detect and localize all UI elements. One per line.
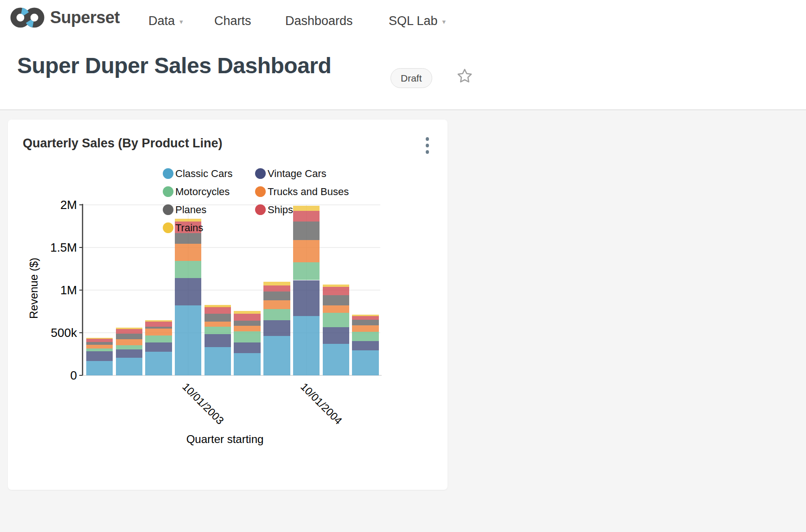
bar-segment-planes[interactable] xyxy=(205,314,231,322)
legend-label: Classic Cars xyxy=(175,168,232,180)
legend-item-planes[interactable]: Planes xyxy=(163,204,255,215)
bar-segment-trucks-and-buses[interactable] xyxy=(234,326,261,331)
page-title: Super Duper Sales Dashboard xyxy=(17,53,331,78)
superset-brand[interactable]: Superset xyxy=(9,6,120,30)
legend-swatch-icon xyxy=(163,168,173,179)
bar-segment-motorcycles[interactable] xyxy=(205,327,231,334)
legend-label: Ships xyxy=(268,204,293,216)
legend-swatch-icon xyxy=(255,168,266,179)
bar-segment-ships[interactable] xyxy=(352,316,379,320)
bar-segment-trucks-and-buses[interactable] xyxy=(352,325,379,332)
bar-segment-motorcycles[interactable] xyxy=(145,336,172,342)
bar-segment-vintage-cars[interactable] xyxy=(86,351,113,361)
bar-segment-ships[interactable] xyxy=(145,322,172,327)
bar-segment-vintage-cars[interactable] xyxy=(234,342,261,353)
bar-segment-trains[interactable] xyxy=(323,285,350,287)
legend-swatch-icon xyxy=(163,186,173,197)
bar-segment-vintage-cars[interactable] xyxy=(145,342,172,352)
bar-segment-trains[interactable] xyxy=(263,282,290,285)
bar-segment-classic-cars[interactable] xyxy=(323,344,350,375)
bar-segment-trucks-and-buses[interactable] xyxy=(145,329,172,336)
bar-segment-classic-cars[interactable] xyxy=(293,316,320,375)
bar-segment-trucks-and-buses[interactable] xyxy=(205,322,231,327)
nav-item-data[interactable]: Data▾ xyxy=(148,0,183,42)
bar-segment-motorcycles[interactable] xyxy=(175,261,202,278)
bar-segment-motorcycles[interactable] xyxy=(293,262,320,280)
chart-card: Quarterly Sales (By Product Line) 0500k1… xyxy=(8,120,448,490)
bar-segment-motorcycles[interactable] xyxy=(234,331,261,342)
bar-segment-classic-cars[interactable] xyxy=(175,305,202,375)
bar-segment-vintage-cars[interactable] xyxy=(352,341,379,350)
bar-segment-planes[interactable] xyxy=(323,295,350,305)
bar-segment-trucks-and-buses[interactable] xyxy=(175,244,202,261)
legend-label: Trucks and Buses xyxy=(268,186,349,198)
chart-legend: Classic CarsVintage CarsMotorcyclesTruck… xyxy=(163,168,349,233)
bar-segment-trains[interactable] xyxy=(116,328,143,329)
bar-segment-trucks-and-buses[interactable] xyxy=(86,345,113,349)
bar-segment-classic-cars[interactable] xyxy=(263,336,290,375)
bar-segment-trucks-and-buses[interactable] xyxy=(263,300,290,310)
x-tick-label: 10/01/2003 xyxy=(180,380,226,427)
legend-label: Motorcycles xyxy=(175,186,230,198)
legend-item-motorcycles[interactable]: Motorcycles xyxy=(163,186,255,197)
legend-item-ships[interactable]: Ships xyxy=(255,204,349,215)
bar-segment-vintage-cars[interactable] xyxy=(263,320,290,336)
legend-item-vintage-cars[interactable]: Vintage Cars xyxy=(255,168,349,179)
nav-item-label: Charts xyxy=(214,14,251,28)
legend-swatch-icon xyxy=(255,204,266,215)
legend-item-trucks-and-buses[interactable]: Trucks and Buses xyxy=(255,186,349,197)
bar-segment-motorcycles[interactable] xyxy=(263,309,290,320)
bar-segment-classic-cars[interactable] xyxy=(352,350,379,375)
bar-segment-vintage-cars[interactable] xyxy=(175,278,202,306)
bar-segment-planes[interactable] xyxy=(145,327,172,329)
bar-segment-motorcycles[interactable] xyxy=(323,313,350,327)
bar-segment-trucks-and-buses[interactable] xyxy=(293,240,320,262)
bar-segment-planes[interactable] xyxy=(175,233,202,244)
brand-name: Superset xyxy=(50,8,120,27)
x-tick-label: 10/01/2004 xyxy=(298,380,345,427)
y-tick-label: 1M xyxy=(60,283,77,297)
bar-segment-classic-cars[interactable] xyxy=(116,358,143,375)
bar-segment-trucks-and-buses[interactable] xyxy=(323,305,350,313)
bar-segment-trains[interactable] xyxy=(86,338,113,339)
bar-segment-vintage-cars[interactable] xyxy=(323,327,350,344)
nav-item-charts[interactable]: Charts xyxy=(214,0,251,42)
bar-segment-ships[interactable] xyxy=(205,307,231,314)
legend-label: Vintage Cars xyxy=(268,168,326,180)
bar-segment-planes[interactable] xyxy=(86,342,113,345)
bar-segment-classic-cars[interactable] xyxy=(86,361,113,375)
bar-segment-vintage-cars[interactable] xyxy=(293,280,320,317)
legend-item-trains[interactable]: Trains xyxy=(163,222,255,233)
bar-segment-classic-cars[interactable] xyxy=(234,353,261,375)
bar-segment-vintage-cars[interactable] xyxy=(205,334,231,347)
nav-item-sql-lab[interactable]: SQL Lab▾ xyxy=(389,0,446,42)
bar-segment-motorcycles[interactable] xyxy=(352,332,379,341)
bar-segment-motorcycles[interactable] xyxy=(116,345,143,349)
bar-segment-ships[interactable] xyxy=(234,314,261,321)
status-badge: Draft xyxy=(390,68,432,88)
bar-segment-motorcycles[interactable] xyxy=(86,348,113,351)
dashboard-header: Super Duper Sales Dashboard Draft xyxy=(0,42,806,110)
bar-segment-planes[interactable] xyxy=(116,334,143,339)
bar-segment-ships[interactable] xyxy=(116,329,143,334)
bar-segment-trains[interactable] xyxy=(205,305,231,307)
bar-segment-classic-cars[interactable] xyxy=(205,347,231,375)
bar-segment-trains[interactable] xyxy=(234,311,261,314)
bar-segment-classic-cars[interactable] xyxy=(145,352,172,375)
bar-segment-planes[interactable] xyxy=(352,320,379,325)
bar-segment-ships[interactable] xyxy=(263,285,290,291)
bar-segment-ships[interactable] xyxy=(86,339,113,342)
bar-segment-vintage-cars[interactable] xyxy=(116,349,143,358)
legend-item-classic-cars[interactable]: Classic Cars xyxy=(163,168,255,179)
bar-segment-ships[interactable] xyxy=(323,287,350,295)
bar-segment-trains[interactable] xyxy=(352,315,379,316)
superset-logo-icon xyxy=(9,6,45,30)
nav-item-label: Dashboards xyxy=(285,14,353,28)
y-tick-label: 2M xyxy=(60,198,77,212)
favorite-star-icon[interactable] xyxy=(456,68,473,84)
bar-segment-planes[interactable] xyxy=(234,321,261,326)
bar-segment-trains[interactable] xyxy=(145,320,172,322)
bar-segment-planes[interactable] xyxy=(263,291,290,300)
nav-item-dashboards[interactable]: Dashboards xyxy=(285,0,353,42)
bar-segment-trucks-and-buses[interactable] xyxy=(116,339,143,345)
